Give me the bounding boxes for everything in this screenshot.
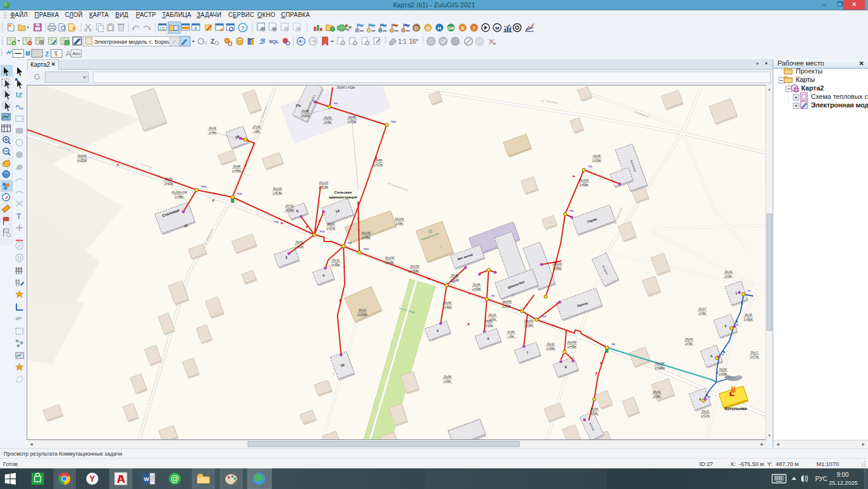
svg-text:H: H [438, 25, 441, 31]
svg-text:20у12: 20у12 [702, 410, 710, 413]
svg-text:20у32: 20у32 [332, 259, 340, 262]
svg-text:20=88: 20=88 [375, 159, 382, 162]
svg-text:20у42: 20у42 [209, 127, 217, 130]
svg-text:L=92м: L=92м [744, 318, 753, 321]
svg-text:27а: 27а [296, 104, 301, 107]
svg-text:L=49м: L=49м [362, 236, 370, 239]
svg-text:Ζ: Ζ [45, 50, 49, 58]
svg-text:L=32м: L=32м [719, 373, 727, 376]
svg-text:20у40: 20у40 [685, 338, 693, 341]
svg-text:ℬ: ℬ [259, 38, 265, 45]
svg-text:20у200: 20у200 [77, 155, 87, 158]
svg-text:T: T [473, 25, 476, 31]
svg-text:L=60м: L=60м [553, 267, 561, 270]
svg-text:L=3м: L=3м [699, 312, 706, 315]
svg-text:L=43м: L=43м [568, 345, 576, 348]
svg-text:L=27м: L=27м [327, 227, 335, 230]
svg-text:20у150: 20у150 [410, 265, 419, 268]
svg-text:L=17м: L=17м [701, 414, 710, 417]
svg-text:L=60м: L=60м [580, 183, 588, 186]
svg-text:Z: Z [211, 38, 214, 45]
svg-text:20у98: 20у98 [444, 376, 452, 379]
svg-text:+: + [194, 25, 197, 32]
svg-text:16: 16 [409, 38, 416, 45]
svg-text:ТЭЦ: ТЭЦ [274, 221, 279, 223]
svg-text:20у50: 20у50 [165, 178, 173, 181]
svg-text:L=7м: L=7м [489, 318, 496, 321]
svg-text:L=0м: L=0м [444, 380, 451, 383]
svg-text:L=41м: L=41м [443, 306, 452, 309]
svg-text:L=40м: L=40м [295, 245, 303, 248]
svg-text:4гу64: 4гу64 [507, 331, 515, 334]
svg-text:дву448: дву448 [503, 300, 512, 303]
svg-text:L=251м: L=251м [77, 159, 87, 162]
svg-text:20у100: 20у100 [273, 187, 282, 191]
svg-text:@: @ [171, 474, 179, 484]
svg-text:20у98: 20у98 [233, 165, 241, 168]
svg-text:L=5,8м: L=5,8м [273, 192, 282, 195]
svg-text:ТК06: ТК06 [391, 121, 396, 123]
svg-text:L=19м: L=19м [285, 209, 294, 212]
svg-text:20у150: 20у150 [385, 257, 395, 260]
svg-text:L=43м: L=43м [472, 288, 481, 291]
svg-text:L=27м: L=27м [374, 163, 382, 166]
svg-text:20у50: 20у50 [719, 368, 727, 371]
svg-text:SQL: SQL [269, 39, 279, 44]
svg-text:G: G [426, 25, 430, 31]
svg-text:+3м: +3м [509, 335, 514, 338]
svg-text:20у88: 20у88 [348, 116, 356, 119]
svg-text:ТК18: ТК18 [541, 315, 546, 318]
svg-text:+: + [13, 41, 15, 46]
svg-text:L=48м: L=48м [175, 195, 183, 198]
svg-text:L=-2м: L=-2м [386, 261, 393, 264]
svg-text:20у258: 20у258 [655, 362, 665, 365]
svg-text:9:00: 9:00 [837, 471, 849, 478]
svg-text:ТК08: ТК08 [237, 193, 242, 195]
svg-text:L=22м: L=22м [301, 114, 310, 117]
svg-text:20у50: 20у50 [324, 116, 332, 120]
svg-text:Z: Z [18, 243, 21, 249]
svg-text:20у48: 20у48 [451, 274, 459, 277]
svg-text:ТК15: ТК15 [364, 248, 368, 251]
svg-text:Y: Y [89, 474, 95, 484]
svg-text:+2м: +2м [254, 130, 259, 133]
svg-text:L=18м: L=18м [546, 347, 555, 350]
svg-text:ТК2: ТК2 [611, 343, 615, 346]
svg-text:W: W [144, 476, 149, 482]
svg-text:Сельская: Сельская [334, 191, 352, 194]
svg-text:20у50: 20у50 [745, 314, 753, 317]
svg-text:РУС: РУС [815, 476, 827, 482]
svg-text:?: ? [241, 25, 245, 31]
svg-text:20у90 L=22м: 20у90 L=22м [337, 86, 355, 89]
svg-text:M: M [495, 25, 500, 31]
svg-text:1:1: 1:1 [398, 38, 407, 45]
svg-text:20у17: 20у17 [751, 351, 759, 354]
svg-text:L=10м: L=10м [484, 324, 493, 327]
svg-text:L=14м: L=14м [410, 269, 419, 272]
svg-text:L=35м: L=35м [331, 263, 340, 266]
svg-text:ТК7: ТК7 [491, 295, 495, 297]
svg-text:L=23м: L=23м [164, 182, 173, 185]
svg-text:20у98: 20у98 [444, 302, 452, 305]
svg-text:20у23: 20у23 [327, 223, 335, 226]
svg-text:ТК4: ТК4 [569, 210, 573, 212]
svg-text:20=32: 20=32 [286, 204, 294, 207]
svg-text:25.12.2025: 25.12.2025 [829, 479, 858, 486]
svg-text:20у100: 20у100 [552, 263, 562, 266]
svg-text:20у100=168: 20у100=168 [171, 191, 187, 194]
svg-text:A: A [66, 49, 71, 58]
svg-text:G: G [204, 41, 207, 45]
svg-text:L=3м: L=3м [686, 342, 693, 345]
svg-text:GR: GR [447, 25, 455, 31]
svg-text:20у103: 20у103 [319, 181, 328, 184]
svg-text:ТК5: ТК5 [348, 242, 351, 244]
svg-text:Электронная модель с. Борец: Электронная модель с. Борец [94, 39, 171, 45]
svg-text:20у100: 20у100 [579, 179, 589, 182]
svg-text:20у400: 20у400 [567, 341, 577, 344]
svg-text:27у92: 27у92 [253, 126, 261, 129]
svg-text:20у150: 20у150 [361, 232, 371, 235]
svg-text:L=77м: L=77м [750, 356, 759, 359]
svg-text:D: D [415, 25, 418, 31]
svg-text:ТК09: ТК09 [201, 186, 206, 188]
svg-text:администрация: администрация [329, 195, 358, 199]
